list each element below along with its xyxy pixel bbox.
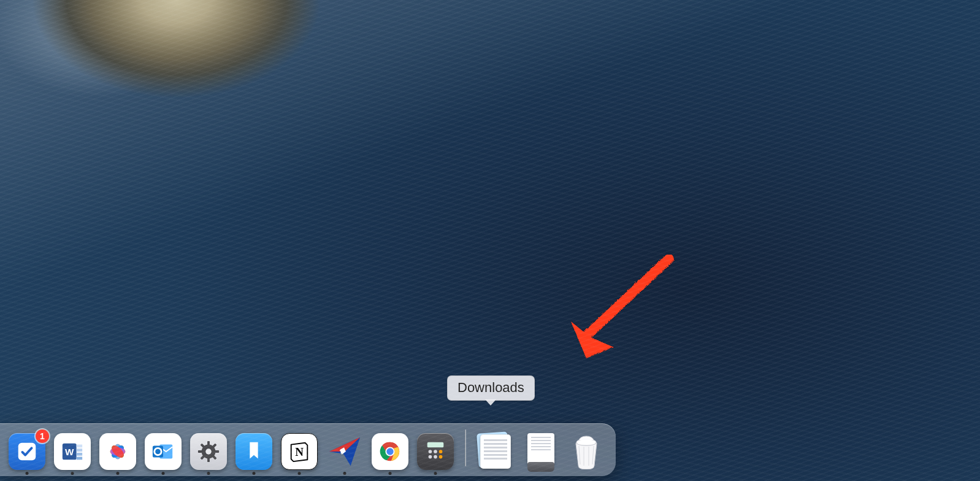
dock-app-calculator[interactable] bbox=[417, 433, 454, 470]
calculator-icon bbox=[424, 440, 447, 463]
document-stack-icon bbox=[480, 434, 511, 469]
running-indicator bbox=[117, 472, 120, 475]
svg-point-35 bbox=[434, 450, 437, 453]
svg-rect-6 bbox=[77, 457, 82, 460]
svg-point-27 bbox=[205, 448, 212, 455]
desktop-wallpaper: Downloads 1 W bbox=[0, 0, 980, 481]
dock-separator bbox=[465, 429, 466, 466]
running-indicator bbox=[207, 472, 210, 475]
running-indicator bbox=[434, 472, 437, 475]
svg-rect-5 bbox=[77, 453, 82, 456]
dock-app-notion[interactable]: N bbox=[281, 433, 318, 470]
running-indicator bbox=[71, 472, 74, 475]
dock-tooltip: Downloads bbox=[447, 375, 535, 401]
dock-trash[interactable] bbox=[568, 433, 605, 470]
annotation-arrow-icon bbox=[552, 255, 675, 365]
navigation-icon bbox=[327, 434, 362, 469]
dock-app-word[interactable]: W bbox=[54, 433, 91, 470]
dock-app-things[interactable]: 1 bbox=[9, 433, 45, 470]
svg-rect-3 bbox=[77, 445, 82, 448]
running-indicator bbox=[253, 472, 256, 475]
printer-document-icon bbox=[526, 433, 556, 470]
dock-app-photos[interactable] bbox=[99, 433, 136, 470]
svg-rect-33 bbox=[427, 442, 444, 448]
dock-tooltip-label: Downloads bbox=[457, 380, 524, 395]
chrome-icon bbox=[378, 440, 402, 463]
svg-text:N: N bbox=[295, 445, 304, 458]
trash-icon bbox=[570, 434, 602, 469]
svg-point-38 bbox=[439, 450, 443, 453]
dock-app-chrome[interactable] bbox=[372, 433, 408, 470]
svg-point-39 bbox=[439, 455, 443, 459]
svg-rect-4 bbox=[77, 448, 82, 452]
notion-icon: N bbox=[288, 440, 311, 463]
dock-app-journal[interactable] bbox=[235, 433, 272, 470]
svg-rect-19 bbox=[207, 441, 210, 446]
notification-badge: 1 bbox=[36, 429, 49, 443]
word-icon: W bbox=[61, 440, 84, 463]
svg-point-32 bbox=[386, 448, 393, 455]
dock-stack-downloads[interactable] bbox=[477, 433, 514, 470]
dock-app-outlook[interactable] bbox=[145, 433, 182, 470]
outlook-icon bbox=[151, 440, 175, 463]
dock: 1 W bbox=[0, 423, 616, 476]
svg-point-36 bbox=[429, 455, 432, 459]
running-indicator bbox=[26, 472, 29, 475]
svg-point-37 bbox=[434, 455, 437, 459]
svg-rect-20 bbox=[207, 458, 210, 463]
running-indicator bbox=[389, 472, 392, 475]
dock-app-tracker[interactable] bbox=[326, 433, 363, 470]
gear-icon bbox=[197, 440, 220, 463]
bookmark-icon bbox=[242, 440, 266, 463]
svg-point-34 bbox=[429, 450, 432, 453]
photos-icon bbox=[106, 440, 129, 463]
running-indicator bbox=[298, 472, 301, 475]
checkbox-icon bbox=[15, 440, 39, 463]
dock-stack-documents[interactable] bbox=[523, 433, 559, 470]
svg-text:W: W bbox=[65, 447, 74, 457]
running-indicator bbox=[162, 472, 165, 475]
svg-rect-21 bbox=[198, 450, 203, 453]
running-indicator bbox=[343, 472, 346, 475]
svg-rect-22 bbox=[215, 450, 220, 453]
dock-app-system-preferences[interactable] bbox=[190, 433, 227, 470]
